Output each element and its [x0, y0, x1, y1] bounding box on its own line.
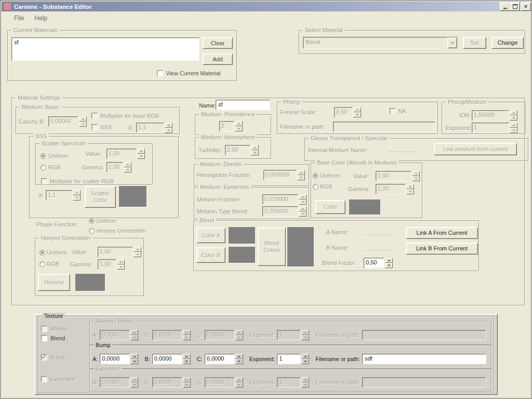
blend-factor-spinner[interactable]: 0,50 — [364, 258, 393, 268]
base-uniform-label: Uniform — [320, 172, 340, 179]
melanin-type-spinner: 0,250000 — [262, 206, 307, 217]
albedo-a-spinner: 0,0000 — [100, 330, 138, 340]
bump-c-spinner[interactable]: 0,0000 — [205, 354, 243, 364]
select-material-label: Select Material — [303, 27, 345, 33]
albedo-blend-row: A: 0,0000 B: 0,0000 C: 0,0000 Exponent: … — [92, 329, 486, 341]
view-current-material-checkbox[interactable] — [157, 70, 163, 76]
bump-checkbox-label: Bump — [50, 354, 65, 361]
minimize-button[interactable] — [500, 2, 510, 11]
spin-up — [235, 121, 243, 126]
menu-help[interactable]: Help — [31, 14, 50, 23]
spin-down — [301, 335, 309, 340]
bump-b-spinner[interactable]: 0,0000 — [152, 354, 191, 364]
spin-up[interactable] — [130, 354, 138, 359]
hg-uniform-radio — [39, 250, 45, 256]
exponent-checkbox-label: Exponent — [50, 376, 74, 382]
hg-rgb-label: RGB — [47, 261, 59, 267]
a-name-value: ................... — [364, 230, 394, 236]
exponent-filename-input — [362, 377, 486, 388]
albedo-b-spinner: 0,0000 — [152, 330, 191, 340]
spin-down — [183, 335, 191, 340]
spin-down[interactable] — [235, 359, 243, 364]
color-b-swatch — [229, 247, 255, 263]
spin-up — [117, 259, 125, 264]
app-icon — [4, 3, 11, 10]
hg-gamma-label: Gamma: — [70, 261, 92, 268]
link-b-button[interactable]: Link B From Current — [406, 243, 478, 255]
nk-checkbox — [390, 108, 396, 114]
scatter-gamma-spinner: 1,00 — [107, 162, 131, 172]
spin-up — [137, 149, 145, 154]
hg-value-spinner: 1,00 — [98, 247, 141, 257]
link-a-button[interactable]: Link A From Current — [406, 227, 478, 239]
bump-row: A: 0,0000 B: 0,0000 C: 0,0000 Exponent: … — [92, 353, 486, 365]
spin-up[interactable] — [235, 354, 243, 359]
hemoglobin-spinner: 0,050000 — [263, 170, 305, 180]
spin-up — [299, 206, 307, 211]
spin-up — [301, 330, 309, 335]
spin-down[interactable] — [385, 263, 393, 268]
spin-up[interactable] — [301, 354, 309, 359]
spin-down — [510, 115, 517, 121]
list-item[interactable]: sf — [14, 39, 197, 45]
scatter-spectrum-label: Scatter Spectrum — [39, 140, 88, 147]
base-gamma-label: Gamma: — [348, 186, 370, 192]
scatter-color-button: Scatter Color — [85, 186, 116, 208]
filename-label: Filename or path: — [315, 379, 360, 385]
chevron-down-icon — [447, 37, 457, 48]
phong-exponent-spinner: 1 — [472, 123, 517, 133]
spin-down[interactable] — [183, 359, 191, 364]
bump-filename-input[interactable]: sdf — [362, 354, 486, 364]
spin-up[interactable] — [385, 258, 393, 263]
sss-checkbox — [91, 124, 98, 130]
albedo-checkbox-label: Albedo — [50, 326, 68, 332]
spin-up — [251, 145, 259, 150]
spin-down — [235, 126, 243, 131]
filename-label: Filename or path: — [315, 332, 360, 338]
spin-down[interactable] — [130, 359, 138, 364]
spin-up — [510, 110, 517, 115]
blend-factor-label: Blend Factor: — [322, 260, 356, 266]
scatter-value-label: Value: — [86, 151, 101, 157]
basic-x-spinner: 1,1 — [136, 123, 172, 133]
ior-spinner: 1,50000 — [472, 110, 517, 121]
a-label: A: — [92, 356, 98, 362]
maximize-button[interactable] — [510, 2, 520, 11]
set-button: Set — [463, 37, 486, 49]
phase-henyey-label: Henyey Greenstein — [97, 228, 145, 234]
spin-up — [183, 377, 191, 382]
spin-down[interactable] — [301, 359, 309, 364]
name-input[interactable]: sf — [216, 100, 270, 110]
spin-up — [412, 171, 420, 176]
blend-checkbox[interactable] — [41, 335, 47, 341]
scatter-color-swatch — [119, 186, 147, 207]
bump-a-spinner[interactable]: 0,0000 — [100, 354, 138, 364]
spin-down — [406, 189, 414, 194]
spin-up — [183, 330, 191, 335]
multiplier-base-rgb-checkbox — [91, 113, 98, 119]
scatter-uniform-label: Uniform — [48, 153, 69, 159]
spin-up — [510, 123, 517, 128]
color-b-button: Color B — [196, 247, 225, 263]
filename-label: Filename or path: — [315, 356, 360, 362]
spin-up — [73, 190, 81, 195]
add-button[interactable]: Add — [203, 54, 233, 65]
b-name-label: B Name: — [326, 245, 349, 251]
minimize-icon — [503, 8, 507, 9]
melanin-fraction-spinner: 0,020000 — [262, 194, 307, 205]
hg-rgb-radio — [39, 261, 45, 267]
b-name-value: ................... — [364, 246, 394, 252]
phase-henyey-radio — [89, 228, 95, 234]
close-button[interactable]: × — [521, 2, 531, 11]
spin-down — [73, 195, 81, 201]
change-button[interactable]: Change — [491, 37, 524, 49]
current-materials-list[interactable]: sf — [11, 37, 200, 61]
a-label: A: — [92, 379, 98, 385]
spin-down — [235, 335, 243, 340]
spin-down — [412, 176, 420, 181]
albedo-exponent-spinner: 1 — [277, 330, 309, 340]
clear-button[interactable]: Clear — [203, 37, 233, 49]
menu-file[interactable]: File — [11, 14, 27, 23]
bump-exponent-spinner[interactable]: 1 — [277, 354, 309, 364]
spin-up[interactable] — [183, 354, 191, 359]
